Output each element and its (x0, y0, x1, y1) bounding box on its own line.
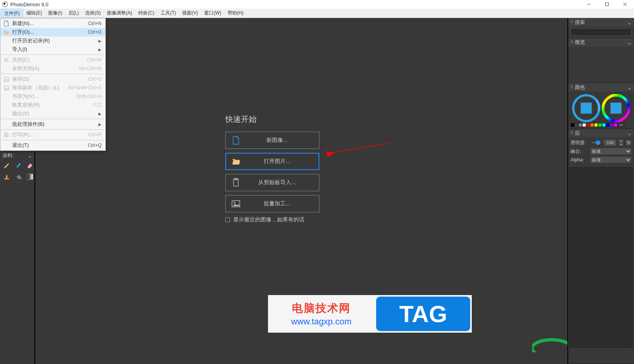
drag-handle-icon[interactable]: ⠿ (571, 40, 573, 44)
layers-section: ⠿层⌄ 透明度: ▴▾ ↻ 融合: 标准 Alpha: 标准 (568, 129, 634, 364)
show-recent-checkbox[interactable]: 显示最近的图像，如果有的话 (225, 216, 347, 223)
color-swatches[interactable]: ••• (568, 123, 634, 129)
close-icon (2, 58, 11, 62)
menubar: 文件(F) 编辑(E) 图像(I) 层(L) 选择(S) 图像调整(A) 特效(… (0, 9, 634, 18)
color-swatch[interactable] (590, 123, 594, 127)
menu-item[interactable]: 批处理操作(B)▶ (0, 120, 105, 129)
quick-clipboard-button[interactable]: 从剪贴板导入... (225, 174, 319, 191)
bucket-tool-icon[interactable] (15, 173, 22, 180)
brush-tool-icon[interactable] (15, 161, 22, 168)
menu-item[interactable]: 导入(I)▶ (0, 45, 105, 54)
preview-body (568, 47, 634, 83)
menu-item-label: 打开历史记录(R) (11, 37, 98, 44)
menu-item-shortcut: Ctrl+N (88, 21, 101, 26)
quick-open-button[interactable]: 打开图片... (225, 153, 319, 170)
menu-layer[interactable]: 层(L) (65, 9, 82, 18)
blend-select[interactable]: 标准 (590, 148, 632, 155)
color-wheel-value[interactable] (572, 94, 600, 122)
chevron-down-icon[interactable]: ⌄ (28, 153, 32, 159)
color-swatch[interactable] (586, 123, 590, 127)
menu-item: 输出(X)▶ (0, 109, 105, 118)
svg-rect-23 (5, 133, 7, 134)
color-swatch[interactable] (598, 123, 602, 127)
menu-item-label: 关闭(C) (11, 56, 87, 63)
opacity-slider[interactable] (592, 142, 600, 143)
menu-window[interactable]: 窗口(W) (201, 9, 224, 18)
quick-start-panel: 快速开始 新图像... 打开图片... 从剪贴板导入... 批量加工... 显示… (225, 114, 347, 223)
drag-handle-icon[interactable]: ⠿ (571, 131, 573, 135)
menu-item[interactable]: 新建(N)...Ctrl+N (0, 19, 105, 28)
menu-item-shortcut: Alt+Shift+Ctrl+S (68, 85, 101, 91)
color-swatch[interactable] (614, 123, 618, 127)
menu-tools[interactable]: 工具(T) (158, 9, 179, 18)
quick-clipboard-label: 从剪贴板导入... (246, 179, 319, 186)
menu-item[interactable]: 打开历史记录(R)▶ (0, 36, 105, 45)
menu-item[interactable]: 退出(T)Ctrl+Q (0, 141, 105, 150)
quick-batch-label: 批量加工... (246, 200, 319, 207)
color-swatch[interactable] (606, 123, 610, 127)
menu-item-label: 另存为(V)... (11, 93, 76, 100)
right-panel: ⠿搜索⌄ ⠿概览⌄ ⠿颜色⌄ ••• (567, 18, 634, 364)
more-swatches-button[interactable]: ••• (618, 123, 625, 127)
menu-item-label: 打印(P)... (11, 131, 88, 138)
submenu-arrow-icon: ▶ (98, 47, 101, 52)
opacity-input[interactable] (603, 139, 617, 146)
color-swatch[interactable] (571, 123, 574, 127)
checkbox-icon (225, 217, 230, 222)
quick-new-button[interactable]: 新图像... (225, 132, 319, 149)
menu-item-shortcut: F12 (93, 102, 101, 108)
alpha-select[interactable]: 标准 (590, 156, 632, 163)
menu-view[interactable]: 视图(V) (179, 9, 201, 18)
drag-handle-icon[interactable]: ⠿ (571, 85, 573, 89)
menu-item-label: 保存(S) (11, 76, 88, 83)
pencil-tool-icon[interactable] (3, 161, 10, 168)
svg-rect-21 (5, 88, 8, 90)
drag-handle-icon[interactable]: ⠿ (571, 20, 573, 24)
color-swatch[interactable] (610, 123, 614, 127)
submenu-arrow-icon: ▶ (98, 122, 101, 127)
menu-select[interactable]: 选择(S) (82, 9, 104, 18)
svg-rect-7 (27, 174, 33, 179)
quick-start-title: 快速开始 (225, 114, 347, 125)
search-section: ⠿搜索⌄ (568, 18, 634, 38)
reset-opacity-button[interactable]: ↻ (625, 139, 632, 146)
menu-effects[interactable]: 特效(C) (135, 9, 158, 18)
color-swatch[interactable] (582, 123, 586, 127)
close-button[interactable] (616, 0, 634, 9)
color-swatch[interactable] (574, 123, 578, 127)
menu-adjust[interactable]: 图像调整(A) (104, 9, 135, 18)
menu-help[interactable]: 帮助(H) (225, 9, 247, 18)
menu-item-shortcut: Shift+Ctrl+S (76, 94, 101, 99)
menu-item-label: 恢复原状(R) (11, 101, 93, 109)
chevron-down-icon[interactable]: ⌄ (627, 40, 632, 45)
color-section: ⠿颜色⌄ ••• (568, 83, 634, 129)
open-icon (2, 30, 11, 35)
menu-item-label: 批处理操作(B) (11, 121, 98, 128)
coating-label: 涂料:⌄ (0, 152, 34, 159)
quick-batch-button[interactable]: 批量加工... (225, 195, 319, 212)
search-header: 搜索 (575, 19, 585, 26)
chevron-down-icon[interactable]: ⌄ (627, 130, 632, 136)
layer-list[interactable] (570, 167, 632, 348)
chevron-down-icon[interactable]: ⌄ (627, 20, 632, 25)
minimize-button[interactable] (580, 0, 598, 9)
submenu-arrow-icon: ▶ (98, 39, 101, 43)
svg-point-11 (234, 202, 235, 203)
menu-image[interactable]: 图像(I) (45, 9, 65, 18)
chevron-down-icon[interactable]: ⌄ (627, 85, 632, 91)
menu-edit[interactable]: 编辑(E) (23, 9, 45, 18)
search-input[interactable] (571, 28, 632, 36)
eraser-tool-icon[interactable] (27, 161, 34, 168)
menu-item[interactable]: 打开(O)...Ctrl+O (0, 28, 105, 36)
color-swatch[interactable] (594, 123, 598, 127)
menu-file[interactable]: 文件(F) (1, 9, 23, 18)
color-swatch[interactable] (602, 123, 606, 127)
gradient-tool-icon[interactable] (27, 173, 34, 180)
menu-item-shortcut: Ctrl+P (88, 132, 101, 138)
color-swatch[interactable] (578, 123, 582, 127)
color-wheel-hue[interactable] (602, 94, 630, 122)
stamp-tool-icon[interactable] (3, 173, 10, 180)
opacity-stepper[interactable]: ▴▾ (618, 139, 624, 146)
maximize-button[interactable] (598, 0, 616, 9)
menu-item: 保存副本（无损）(L)Alt+Shift+Ctrl+S (0, 83, 105, 92)
